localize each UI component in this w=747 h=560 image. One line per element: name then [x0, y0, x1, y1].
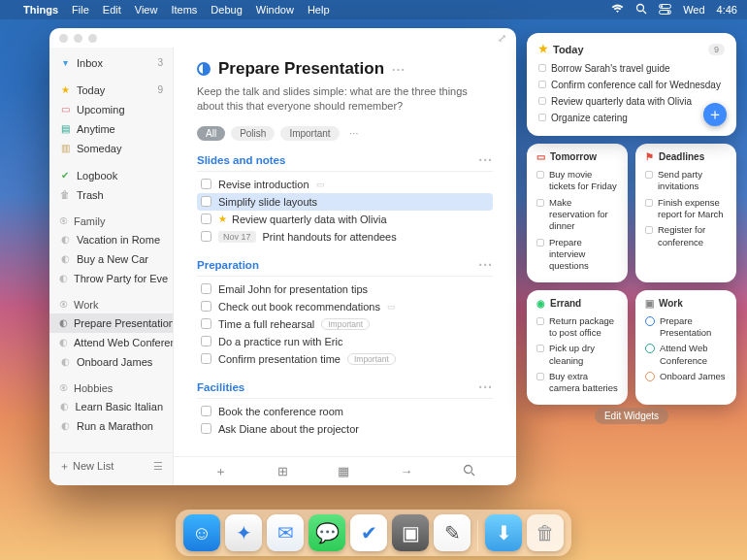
widget-item[interactable]: Finish expense report for March: [645, 195, 727, 223]
area-family[interactable]: ⦿Family: [49, 213, 173, 230]
project-onboard[interactable]: ◐Onboard James: [49, 352, 173, 372]
heading-facilities[interactable]: Facilities···: [197, 379, 493, 399]
todo-item[interactable]: Revise introduction▭: [197, 176, 493, 193]
new-list-button[interactable]: ＋ New List: [59, 459, 114, 474]
spotlight-icon[interactable]: [635, 3, 647, 16]
todo-item[interactable]: ★Review quarterly data with Olivia: [197, 211, 493, 228]
add-button[interactable]: ＋: [703, 103, 727, 126]
heading-slides[interactable]: Slides and notes···: [197, 152, 493, 172]
view-menu[interactable]: View: [135, 4, 158, 16]
widget-item[interactable]: Onboard James: [645, 369, 727, 384]
project-party[interactable]: ◐Throw Party for Eve: [49, 269, 173, 288]
sidebar-trash[interactable]: 🗑 Trash: [49, 185, 173, 205]
edit-menu[interactable]: Edit: [103, 4, 121, 16]
todo-item[interactable]: Simplify slide layouts: [197, 193, 493, 211]
dock-preview[interactable]: ▣: [392, 514, 429, 551]
expand-icon[interactable]: ⤢: [498, 32, 506, 45]
dock-notes[interactable]: ✎: [434, 514, 471, 551]
dock-mail[interactable]: ✉: [267, 514, 304, 551]
widget-today[interactable]: ★Today9 Borrow Sarah's travel guide Conf…: [527, 33, 736, 136]
checkbox[interactable]: [201, 214, 211, 224]
dock-safari[interactable]: ✦: [225, 514, 262, 551]
checkbox[interactable]: [201, 318, 211, 329]
menubar-time[interactable]: 4:46: [717, 4, 737, 16]
area-hobbies[interactable]: ⦿Hobbies: [49, 379, 173, 397]
project-notes[interactable]: Keep the talk and slides simple: what ar…: [197, 84, 493, 115]
widget-item[interactable]: Buy movie tickets for Friday: [536, 167, 618, 195]
heading-more-icon[interactable]: ···: [478, 379, 493, 395]
widget-item[interactable]: Send party invitations: [645, 167, 727, 195]
checkbox[interactable]: [201, 406, 211, 416]
move-button[interactable]: →: [400, 464, 412, 478]
project-vacation[interactable]: ◐Vacation in Rome: [49, 230, 173, 249]
wifi-icon[interactable]: [611, 4, 624, 16]
checkbox[interactable]: [201, 301, 211, 312]
sidebar-someday[interactable]: ▥ Someday: [49, 139, 173, 158]
widget-item[interactable]: Make reservation for dinner: [536, 195, 618, 235]
sidebar-logbook[interactable]: ✔ Logbook: [49, 166, 173, 185]
titlebar[interactable]: ⤢: [49, 28, 516, 48]
app-menu[interactable]: Things: [23, 4, 58, 16]
dock-things[interactable]: ✔: [350, 514, 387, 551]
widget-errand[interactable]: ◉Errand Return package to post office Pi…: [527, 290, 628, 405]
project-italian[interactable]: ◐Learn Basic Italian: [49, 397, 173, 416]
tag-all[interactable]: All: [197, 126, 225, 141]
file-menu[interactable]: File: [72, 4, 89, 16]
help-menu[interactable]: Help: [308, 4, 330, 16]
widget-tomorrow[interactable]: ▭Tomorrow Buy movie tickets for Friday M…: [527, 144, 628, 282]
dock-messages[interactable]: 💬: [309, 514, 345, 551]
widget-item[interactable]: Confirm conference call for Wednesday: [538, 77, 725, 93]
search-button[interactable]: [463, 464, 475, 479]
control-center-icon[interactable]: [659, 4, 671, 16]
heading-more-icon[interactable]: ···: [478, 152, 493, 168]
todo-item[interactable]: Do a practice run with Eric: [197, 333, 493, 350]
dock-trash[interactable]: 🗑: [527, 514, 564, 551]
todo-item[interactable]: Ask Diane about the projector: [197, 420, 493, 438]
tag-polish[interactable]: Polish: [231, 126, 275, 141]
todo-item[interactable]: Email John for presentation tips: [197, 280, 493, 298]
heading-more-icon[interactable]: ···: [478, 257, 493, 273]
settings-icon[interactable]: ☰: [153, 460, 163, 473]
tag-more-icon[interactable]: ···: [345, 126, 363, 140]
checkbox[interactable]: [201, 336, 211, 346]
todo-item[interactable]: Confirm presentation timeImportant: [197, 350, 493, 368]
widget-item[interactable]: Organize catering: [538, 110, 725, 126]
widget-deadlines[interactable]: ⚑Deadlines Send party invitations Finish…: [635, 144, 736, 282]
project-conference[interactable]: ◐Attend Web Conference: [49, 333, 173, 352]
project-presentation[interactable]: ◐Prepare Presentation: [49, 313, 173, 333]
widget-item[interactable]: Borrow Sarah's travel guide: [538, 60, 725, 77]
todo-item[interactable]: Nov 17Print handouts for attendees: [197, 228, 493, 246]
tag-important[interactable]: Important: [280, 126, 339, 141]
project-title[interactable]: Prepare Presentation: [218, 59, 384, 79]
sidebar-anytime[interactable]: ▤ Anytime: [49, 119, 173, 139]
edit-widgets-button[interactable]: Edit Widgets: [595, 408, 668, 424]
widget-work[interactable]: ▣Work Prepare Presentation Attend Web Co…: [635, 290, 736, 405]
sidebar-today[interactable]: ★ Today 9: [49, 81, 173, 100]
todo-item[interactable]: Book the conference room: [197, 403, 493, 420]
sidebar-inbox[interactable]: ▾ Inbox 3: [49, 53, 173, 73]
sidebar-upcoming[interactable]: ▭ Upcoming: [49, 100, 173, 119]
widget-item[interactable]: Review quarterly data with Olivia: [538, 93, 725, 110]
widget-item[interactable]: Buy extra camera batteries: [536, 369, 618, 397]
new-heading-button[interactable]: ⊞: [277, 464, 288, 478]
when-button[interactable]: ▦: [338, 464, 349, 478]
widget-item[interactable]: Register for conference: [645, 222, 727, 250]
project-car[interactable]: ◐Buy a New Car: [49, 249, 173, 269]
checkbox[interactable]: [201, 423, 211, 434]
checkbox[interactable]: [201, 231, 211, 242]
widget-item[interactable]: Pick up dry cleaning: [536, 341, 618, 369]
items-menu[interactable]: Items: [171, 4, 197, 16]
checkbox[interactable]: [201, 196, 211, 207]
traffic-lights[interactable]: [59, 34, 97, 43]
dock-downloads[interactable]: ⬇: [485, 514, 522, 551]
new-todo-button[interactable]: ＋: [214, 463, 227, 480]
checkbox[interactable]: [201, 283, 211, 294]
area-work[interactable]: ⦿Work: [49, 296, 173, 313]
heading-preparation[interactable]: Preparation···: [197, 257, 493, 277]
widget-item[interactable]: Return package to post office: [536, 313, 618, 342]
project-more-icon[interactable]: ···: [392, 62, 406, 77]
widget-item[interactable]: Prepare interview questions: [536, 235, 618, 275]
debug-menu[interactable]: Debug: [211, 4, 242, 16]
widget-item[interactable]: Attend Web Conference: [645, 341, 727, 369]
dock-finder[interactable]: ☺: [183, 514, 220, 551]
